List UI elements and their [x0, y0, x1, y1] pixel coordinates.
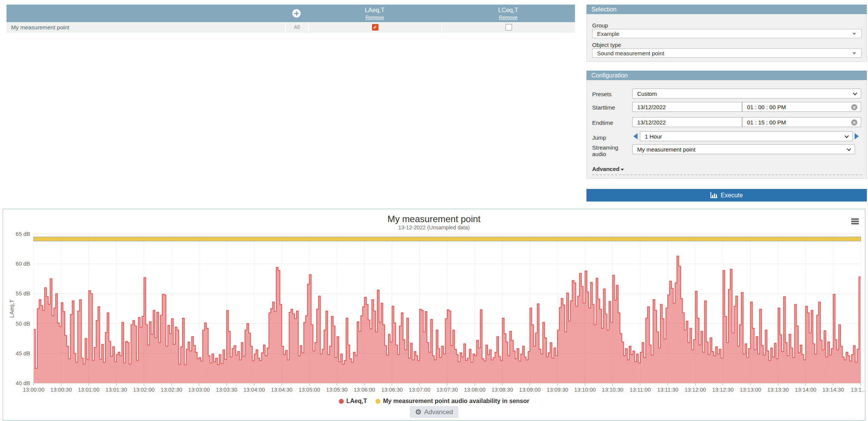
- chart-panel: My measurement point 13-12-2022 (Unsampl…: [3, 209, 865, 421]
- jump-select-value: 1 Hour: [645, 133, 662, 140]
- endtime-date-input[interactable]: 13/12/2022: [632, 117, 742, 127]
- jump-next-arrow[interactable]: [855, 133, 859, 139]
- x-tick-label: 13:10:30: [602, 387, 623, 393]
- chevron-down-icon: [853, 91, 857, 95]
- presets-select[interactable]: Custom: [632, 89, 861, 98]
- column-header-laeq: LAeq,T Remove: [308, 5, 441, 22]
- x-tick-label: 13:07:30: [436, 387, 458, 393]
- execute-button-label: Execute: [721, 192, 743, 199]
- y-axis-title: LAeq,T: [8, 299, 15, 318]
- column-label: LCeq,T: [498, 7, 518, 14]
- legend-item-availability[interactable]: My measurement point audio availability …: [375, 398, 529, 405]
- configuration-panel-title: Configuration: [586, 71, 867, 80]
- chart-advanced-button[interactable]: ⚙ Advanced: [410, 406, 459, 418]
- x-tick-label: 13:11:30: [657, 387, 678, 393]
- selection-panel: Selection Group Example Object type Soun…: [586, 5, 867, 62]
- group-label: Group: [592, 22, 608, 29]
- starttime-date-input[interactable]: 13/12/2022: [632, 102, 742, 112]
- group-select-value: Example: [597, 31, 619, 37]
- x-tick-label: 13:11:00: [630, 387, 651, 393]
- chevron-down-icon: [852, 33, 856, 35]
- add-column-button[interactable]: [285, 5, 308, 22]
- x-tick-label: 13:12:30: [712, 387, 733, 393]
- config-advanced-toggle[interactable]: Advanced: [592, 166, 624, 172]
- column-header-lceq: LCeq,T Remove: [441, 5, 575, 22]
- gear-icon: ⚙: [415, 408, 422, 416]
- y-tick-label: 60 dB: [16, 261, 30, 267]
- clear-icon[interactable]: ✕: [851, 119, 857, 126]
- chevron-down-icon: [852, 52, 856, 55]
- x-tick-label: 13:03:00: [188, 387, 209, 393]
- laeq-checkbox[interactable]: ✓: [372, 24, 378, 31]
- x-tick-label: 13:00:00: [23, 387, 44, 393]
- jump-previous-arrow[interactable]: [633, 133, 638, 139]
- legend-label: My measurement point audio availability …: [383, 398, 529, 405]
- row-name: My measurement point: [6, 22, 285, 32]
- execute-button[interactable]: Execute: [586, 189, 867, 202]
- endtime-label: Endtime: [592, 119, 613, 126]
- y-tick-label: 50 dB: [16, 321, 30, 327]
- x-tick-label: 13:01:00: [78, 387, 99, 393]
- presets-select-value: Custom: [637, 90, 657, 97]
- streaming-audio-select[interactable]: My measurement point: [632, 144, 855, 154]
- laeq-checkbox-cell: ✓: [308, 22, 441, 32]
- y-tick-label: 55 dB: [16, 290, 30, 297]
- endtime-time-input[interactable]: 01 : 15 : 00 PM ✕: [742, 117, 861, 127]
- x-tick-label: 13:09:00: [519, 387, 541, 393]
- x-tick-label: 13:08:00: [464, 387, 485, 393]
- starttime-date-value: 13/12/2022: [637, 104, 666, 110]
- measurement-table: LAeq,T Remove LCeq,T Remove My measureme…: [6, 5, 575, 32]
- x-tick-label: 13:02:00: [133, 387, 155, 393]
- chevron-down-icon: [844, 134, 849, 138]
- table-row: My measurement point All ✓: [6, 22, 575, 32]
- x-tick-label: 13:1...: [851, 387, 865, 393]
- lceq-checkbox[interactable]: [506, 24, 512, 31]
- x-tick-label: 13:10:00: [574, 387, 596, 393]
- x-tick-label: 13:05:00: [298, 387, 320, 393]
- legend-marker: [375, 399, 380, 404]
- starttime-time-value: 01 : 00 : 00 PM: [747, 104, 786, 110]
- name-column-header: [6, 5, 285, 22]
- x-tick-label: 13:13:00: [740, 387, 761, 393]
- endtime-date-value: 13/12/2022: [637, 119, 666, 126]
- chart-plot: 13:00:0013:00:3013:01:0013:01:3013:02:00…: [3, 209, 865, 420]
- starttime-time-input[interactable]: 01 : 00 : 00 PM ✕: [742, 102, 861, 112]
- legend-item-laeq[interactable]: LAeq,T: [339, 398, 367, 405]
- x-tick-label: 13:03:30: [216, 387, 237, 393]
- jump-label: Jump: [592, 134, 606, 141]
- lceq-checkbox-cell: [441, 22, 575, 32]
- x-tick-label: 13:06:30: [381, 387, 403, 393]
- config-advanced-label: Advanced: [592, 166, 620, 172]
- x-tick-label: 13:02:30: [161, 387, 182, 393]
- x-tick-label: 13:06:00: [354, 387, 375, 393]
- add-icon[interactable]: [292, 9, 301, 18]
- row-scope: All: [285, 22, 308, 32]
- streaming-audio-label: Streaming audio: [592, 144, 628, 157]
- object-type-label: Object type: [592, 42, 621, 48]
- chart-legend: LAeq,T My measurement point audio availa…: [3, 398, 865, 405]
- streaming-audio-select-value: My measurement point: [637, 146, 696, 153]
- endtime-time-value: 01 : 15 : 00 PM: [747, 119, 786, 126]
- table-header: LAeq,T Remove LCeq,T Remove: [6, 5, 575, 22]
- x-tick-label: 13:08:30: [491, 387, 513, 393]
- object-type-select[interactable]: Sound measurement point: [592, 48, 862, 58]
- x-tick-label: 13:14:00: [795, 387, 816, 393]
- remove-link[interactable]: Remove: [366, 15, 384, 20]
- clear-icon[interactable]: ✕: [851, 104, 857, 110]
- y-tick-label: 40 dB: [16, 380, 30, 386]
- x-tick-label: 13:12:00: [684, 387, 706, 393]
- x-tick-label: 13:04:00: [243, 387, 265, 393]
- legend-label: LAeq,T: [346, 398, 367, 405]
- jump-select[interactable]: 1 Hour: [640, 131, 853, 141]
- x-tick-label: 13:04:30: [271, 387, 292, 393]
- x-tick-label: 13:00:30: [50, 387, 72, 393]
- chart-advanced-label: Advanced: [424, 408, 453, 416]
- configuration-panel: Configuration Presets Custom Starttime 1…: [586, 71, 867, 179]
- bar-chart-icon: [710, 192, 718, 198]
- chevron-down-icon: [847, 147, 851, 151]
- x-tick-label: 13:14:30: [823, 387, 844, 393]
- group-select[interactable]: Example: [592, 29, 862, 38]
- remove-link[interactable]: Remove: [499, 15, 517, 20]
- x-tick-label: 13:09:30: [547, 387, 568, 393]
- caret-down-icon: [621, 169, 624, 171]
